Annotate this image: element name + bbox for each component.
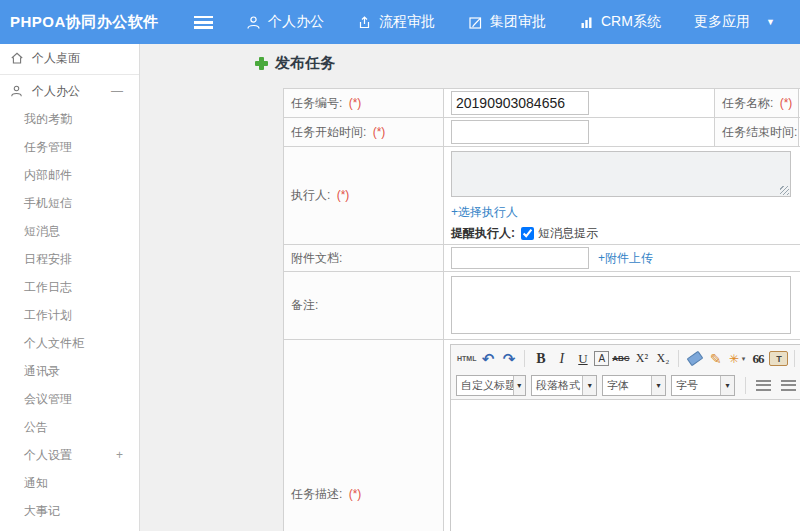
required-mark: (*) (349, 96, 362, 110)
chevron-down-icon[interactable]: ▾ (651, 376, 665, 395)
attachment-input[interactable] (451, 247, 589, 269)
sidebar-item-events[interactable]: 大事记 (0, 497, 139, 525)
hamburger-menu-icon[interactable] (194, 16, 213, 29)
table-row: 任务开始时间: (*) 任务结束时间: (*) (284, 118, 800, 147)
main-content: 发布任务 任务编号: (*) 任务名称: (*) (141, 44, 800, 531)
toolbar-separator (745, 377, 746, 394)
start-time-label-cell: 任务开始时间: (*) (284, 118, 444, 147)
align-center-button[interactable] (781, 380, 796, 391)
sidebar-item-short-message[interactable]: 短消息 (0, 217, 139, 245)
select-label: 自定义标题 (457, 378, 513, 393)
edit-icon (468, 15, 483, 30)
autotypeset-button[interactable]: A (594, 351, 609, 366)
topbar: PHPOA协同办公软件 个人办公流程审批集团审批CRM系统更多应用▼ (0, 0, 800, 44)
chart-icon (579, 15, 594, 30)
start-time-input[interactable] (451, 120, 589, 144)
sidebar-item-label: 工作日志 (24, 280, 72, 294)
sidebar-item-mobile-sms[interactable]: 手机短信 (0, 189, 139, 217)
sidebar-item-personal-files[interactable]: 个人文件柜 (0, 329, 139, 357)
publish-task-form: 任务编号: (*) 任务名称: (*) 任务开始时间: (*) (283, 88, 800, 531)
nav-process-approval[interactable]: 流程审批 (357, 13, 435, 31)
underline-button[interactable]: U (573, 349, 592, 369)
attachment-field-cell: +附件上传 (444, 245, 800, 272)
nav-group-approval[interactable]: 集团审批 (468, 13, 546, 31)
sidebar-item-personal-settings[interactable]: 个人设置+ (0, 441, 139, 469)
sidebar-item-announcement[interactable]: 公告 (0, 413, 139, 441)
redo-button[interactable]: ↷ (499, 349, 518, 369)
sms-remind-checkbox[interactable] (521, 227, 534, 240)
source-button[interactable]: HTML (457, 349, 476, 369)
subscript-button[interactable]: X₂ (653, 349, 672, 369)
task-number-field-cell (444, 89, 715, 118)
attachment-upload-link[interactable]: +附件上传 (598, 250, 653, 267)
user-icon (246, 15, 261, 30)
task-number-label: 任务编号: (291, 96, 342, 110)
task-name-label-cell: 任务名称: (*) (715, 89, 799, 118)
sidebar-item-work-log[interactable]: 工作日志 (0, 273, 139, 301)
toolbar-separator (678, 350, 679, 367)
start-time-field-cell (444, 118, 715, 147)
superscript-button[interactable]: X² (632, 349, 651, 369)
sidebar-item-task-management[interactable]: 任务管理 (0, 133, 139, 161)
choose-executor-link[interactable]: +选择执行人 (451, 205, 518, 219)
sidebar-item-label: 公告 (24, 420, 48, 434)
sidebar-item-notice[interactable]: 通知 (0, 469, 139, 497)
paste-as-text-button[interactable]: T (769, 351, 788, 366)
app-window: PHPOA协同办公软件 个人办公流程审批集团审批CRM系统更多应用▼ 个人桌面个… (0, 0, 800, 531)
remark-textarea[interactable] (451, 276, 791, 334)
editor-content[interactable] (451, 399, 800, 531)
chevron-down-icon[interactable]: ▼ (766, 17, 775, 27)
table-row: 执行人: (*) +选择执行人 提醒执行人: 短消息提示 (284, 147, 800, 245)
end-time-label-cell: 任务结束时间: (*) (715, 118, 799, 147)
chevron-down-icon[interactable]: ▾ (513, 376, 525, 395)
nav-more-apps[interactable]: 更多应用▼ (694, 13, 775, 31)
chevron-down-icon[interactable]: ▾ (742, 355, 746, 363)
flow-icon (357, 15, 372, 30)
attachment-label-cell: 附件文档: (284, 245, 444, 272)
italic-button[interactable]: I (552, 349, 571, 369)
sidebar-item-label: 工作计划 (24, 308, 72, 322)
toolbar-separator (524, 350, 525, 367)
format-brush-button[interactable]: ✎ (706, 349, 725, 369)
font-size-select[interactable]: 字号▾ (671, 375, 735, 396)
sidebar-item-my-attendance[interactable]: 我的考勤 (0, 105, 139, 133)
sidebar-item-personal-office[interactable]: 个人办公— (0, 77, 139, 105)
sidebar-item-contacts[interactable]: 通讯录 (0, 357, 139, 385)
sidebar-item-work-plan[interactable]: 工作计划 (0, 301, 139, 329)
sidebar-item-label: 手机短信 (24, 196, 72, 210)
bold-button[interactable]: B (531, 349, 550, 369)
task-number-input[interactable] (451, 91, 589, 115)
sidebar-item-personal-desktop[interactable]: 个人桌面 (0, 44, 139, 72)
description-label-cell: 任务描述: (*) (284, 340, 444, 531)
expand-icon[interactable]: + (116, 441, 123, 469)
chevron-down-icon[interactable]: ▾ (720, 376, 734, 395)
blockquote-button[interactable]: 66 (748, 349, 767, 369)
sidebar-item-label: 个人办公 (32, 77, 80, 105)
chevron-down-icon[interactable]: ▾ (582, 376, 596, 395)
paragraph-format-select[interactable]: 段落格式▾ (531, 375, 597, 396)
eraser-button[interactable] (685, 349, 704, 369)
font-family-select[interactable]: 字体▾ (602, 375, 666, 396)
required-mark: (*) (349, 487, 362, 501)
executor-textarea[interactable] (451, 151, 791, 197)
custom-title-select[interactable]: 自定义标题▾ (456, 375, 526, 396)
nav-label: 流程审批 (379, 13, 435, 31)
nav-personal-office[interactable]: 个人办公 (246, 13, 324, 31)
editor-toolbar-row2: 自定义标题▾段落格式▾字体▾字号▾ (451, 372, 800, 399)
sidebar-item-label: 通知 (24, 476, 48, 490)
align-left-button[interactable] (756, 380, 771, 391)
executor-label-cell: 执行人: (*) (284, 147, 444, 245)
sidebar-item-schedule[interactable]: 日程安排 (0, 245, 139, 273)
undo-button[interactable]: ↶ (478, 349, 497, 369)
sidebar-item-meeting-management[interactable]: 会议管理 (0, 385, 139, 413)
nav-crm-system[interactable]: CRM系统 (579, 13, 661, 31)
sidebar-item-news[interactable]: 新闻 (0, 525, 139, 531)
app-logo: PHPOA协同办公软件 (10, 13, 182, 32)
sidebar-item-internal-mail[interactable]: 内部邮件 (0, 161, 139, 189)
auto-format-button[interactable]: ✳▾ (727, 349, 746, 369)
collapse-icon[interactable]: — (111, 77, 123, 105)
page-title: 发布任务 (255, 51, 335, 75)
remark-field-cell (444, 272, 800, 340)
strikethrough-button[interactable]: ABC (611, 349, 630, 369)
user-icon (10, 84, 26, 98)
